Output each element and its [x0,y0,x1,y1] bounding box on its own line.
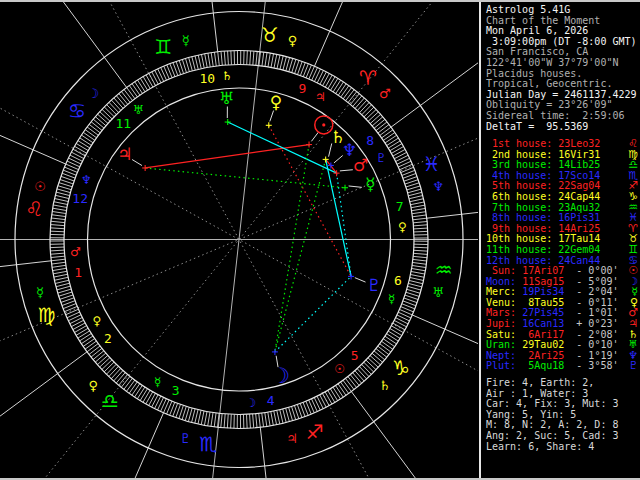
house-5-ruler-icon: ☉ [334,362,345,376]
aries-sign-icon: ♈ [359,66,377,90]
house-11-ruler-icon: ♅ [133,103,144,117]
planet-position: 16Can13 [522,318,564,329]
mercury-planet-icon: ☿ [365,174,375,194]
planet-name: Jupi: [486,318,522,329]
house-7-ruler-icon: ♀ [398,220,407,234]
planet-name: Sun: [486,265,522,276]
house-8-number: 8 [366,133,374,148]
house-6-ruler-icon: ☿ [388,292,395,306]
gemini-ruler-icon: ☿ [182,33,190,48]
leo-sign-icon: ♌ [25,197,43,221]
house-10-number: 10 [200,71,216,86]
header-line-11: Sidereal time: 2:59:06 [486,111,640,122]
planet-position: 17Ari07 [522,265,564,276]
aries-ruler-icon: ♂ [379,86,391,101]
info-panel: Astrolog 5.41GChart of the MomentMon Apr… [479,2,640,478]
planet-position: 5Aqu18 [522,360,564,371]
house-12-number: 12 [72,191,88,206]
libra-sign-icon: ♎ [101,389,119,413]
pisces-sign-icon: ♓ [423,152,441,176]
house-6-number: 6 [394,273,402,288]
planet-position: 29Tau02 [522,339,564,350]
planet-name: Moon: [486,276,522,287]
planet-position: 19Pis34 [522,286,564,297]
virgo-ruler-icon: ☿ [36,285,44,300]
house-3-number: 3 [172,383,180,398]
header-line-6: 122°41'00"W 37°79'00"N [486,58,640,69]
house-cusp-text: 12th house: 24Can44 [486,255,600,266]
house-3-ruler-icon: ☿ [154,375,161,389]
planet-position: 27Pis45 [522,307,564,318]
venus-planet-icon: ♀ [270,92,282,112]
natal-wheel-chart: ♈♂♉♀♊☿♋☽♌☉♍☿♎♀♏♇♐♃♑♄♒♅♓♆1♂2♀3☿4☽5☉6☿7♀8♇… [0,2,478,478]
planet-name: Uran: [486,339,522,350]
house-11-number: 11 [115,116,131,131]
pluto-planet-icon: ♇ [366,275,381,295]
planet-latitude: + 0°23' [564,318,618,329]
planet-latitude: - 0°00' [564,265,618,276]
planet-latitude: - 0°11' [564,297,618,308]
leo-ruler-icon: ☉ [34,179,46,194]
taurus-sign-icon: ♉ [261,23,279,47]
planet-latitude: - 3°58' [564,360,618,371]
house-12-ruler-icon: ♆ [81,173,92,187]
planet-name: Nept: [486,350,522,361]
sagittarius-sign-icon: ♐ [306,420,324,444]
planet-latitude: - 5°09' [564,276,618,287]
house-1-ruler-icon: ♂ [70,245,81,259]
chart-header: Astrolog 5.41GChart of the MomentMon Apr… [486,5,640,132]
capricorn-sign-icon: ♑ [392,356,410,380]
house-1-number: 1 [74,265,82,280]
planet-latitude: - 1°19' [564,350,618,361]
stats-line: Fire: 4, Earth: 2, [486,378,640,389]
house-cusp-text: 11th house: 22Gem04 [486,244,600,255]
house-cusp-text: 7th house: 23Aqu32 [486,202,600,213]
house-cusp-text: 3rd house: 14Lib25 [486,159,600,170]
house-2-ruler-icon: ♀ [92,314,101,328]
capricorn-ruler-icon: ♄ [379,378,391,393]
jupiter-planet-icon: ♃ [117,144,132,164]
planet-position: 11Sag15 [522,276,564,287]
house-10-ruler-icon: ♄ [222,69,233,83]
aquarius-ruler-icon: ♅ [432,285,444,300]
house-4-ruler-icon: ☽ [245,396,256,410]
house-cusp-text: 5th house: 22Sag04 [486,180,600,191]
planet-position: 8Tau55 [522,297,564,308]
sagittarius-ruler-icon: ♃ [286,431,298,446]
house-8-ruler-icon: ♇ [376,151,387,165]
house-cusp-list: 1st house: 23Leo32♌ 2nd house: 16Vir31♍ … [486,139,640,266]
neptune-planet-icon: ♆ [342,140,357,160]
scorpio-sign-icon: ♏ [199,432,217,456]
planet-latitude: - 1°01' [564,307,618,318]
house-cusp-text: 1st house: 23Leo32 [486,138,600,149]
house-5-number: 5 [351,348,359,363]
house-2-number: 2 [104,331,112,346]
planet-position: 6Ari17 [522,329,564,340]
header-line-1: Astrolog 5.41G [486,5,640,16]
house-cusp-text: 6th house: 24Cap44 [486,191,600,202]
planet-name: Merc: [486,286,522,297]
moon-planet-icon: ☽ [271,364,290,388]
house-4-number: 4 [267,393,275,408]
uranus-planet-icon: ♅ [219,88,234,108]
house-cusp-text: 10th house: 17Tau14 [486,233,600,244]
house-cusp-text: 2nd house: 16Vir31 [486,149,600,160]
planet-latitude: - 2°04' [564,286,618,297]
cancer-ruler-icon: ☽ [88,86,100,101]
pisces-ruler-icon: ♆ [432,179,444,194]
house-cusp-text: 8th house: 16Pis31 [486,212,600,223]
house-9-ruler-icon: ♃ [315,90,326,104]
planet-position-list: Sun: 17Ari07 - 0°00'☉Moon: 11Sag15 - 5°0… [486,266,640,372]
house-9-number: 9 [298,81,306,96]
stats-line: Ang: 2, Suc: 5, Cad: 3 [486,431,640,442]
planet-latitude: - 0°10' [564,339,618,350]
house-cusp-text: 4th house: 17Sco14 [486,170,600,181]
house-cusp-text: 9th house: 14Ari25 [486,223,600,234]
header-line-12: DeltaT = 95.5369 [486,122,640,133]
astrolog-window: ♈♂♉♀♊☿♋☽♌☉♍☿♎♀♏♇♐♃♑♄♒♅♓♆1♂2♀3☿4☽5☉6☿7♀8♇… [0,0,640,480]
planet-row: Plut: 5Aqu18 - 3°58'♇ [486,361,640,372]
planet-name: Plut: [486,360,522,371]
virgo-sign-icon: ♍ [37,303,55,327]
planet-position: 2Ari25 [522,350,564,361]
plut-planet-icon: ♇ [628,360,638,371]
